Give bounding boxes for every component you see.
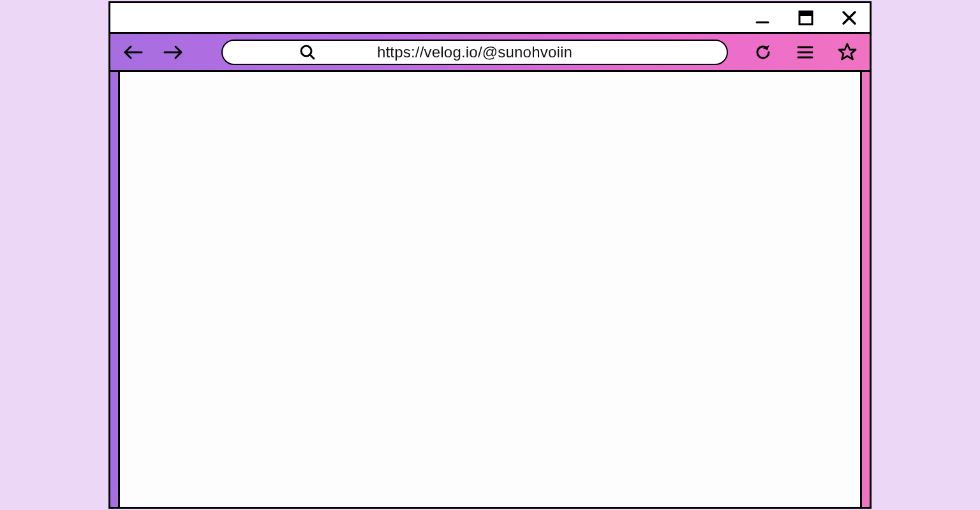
- svg-marker-13: [839, 44, 856, 59]
- maximize-button[interactable]: [797, 9, 815, 27]
- toolbar-right-icons: [754, 43, 857, 62]
- bookmark-button[interactable]: [838, 43, 857, 62]
- page-content: [118, 72, 862, 507]
- menu-button[interactable]: [796, 43, 815, 62]
- reload-button[interactable]: [754, 43, 773, 62]
- reload-icon: [754, 43, 772, 61]
- title-bar: [110, 3, 870, 34]
- content-frame: [110, 72, 870, 507]
- close-icon: [841, 10, 858, 26]
- hamburger-icon: [796, 45, 814, 60]
- forward-button[interactable]: [163, 42, 183, 62]
- svg-rect-2: [799, 11, 812, 16]
- nav-arrows: [123, 42, 183, 62]
- star-icon: [838, 43, 857, 62]
- svg-line-8: [310, 55, 314, 59]
- close-button[interactable]: [840, 9, 858, 27]
- minimize-button[interactable]: [754, 9, 771, 27]
- minimize-icon: [755, 10, 770, 26]
- maximize-icon: [798, 10, 814, 26]
- browser-toolbar: https://velog.io/@sunohvoiin: [110, 34, 870, 72]
- arrow-left-icon: [122, 45, 144, 60]
- arrow-right-icon: [162, 45, 184, 60]
- back-button[interactable]: [123, 42, 144, 62]
- browser-window: https://velog.io/@sunohvoiin: [108, 1, 872, 509]
- address-bar[interactable]: https://velog.io/@sunohvoiin: [221, 40, 728, 65]
- search-icon: [299, 44, 316, 61]
